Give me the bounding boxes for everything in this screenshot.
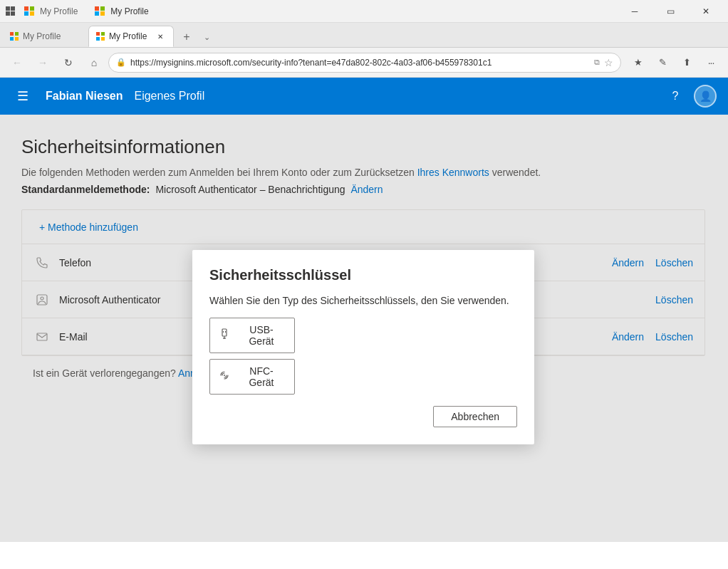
nav-bar: ← → ↻ ⌂ 🔒 https://mysignins.microsoft.co…	[0, 48, 728, 78]
tab-list-button[interactable]: ⌄	[197, 27, 217, 47]
browser-titlebar: My Profile My Profile ─ ▭ ✕	[0, 0, 728, 23]
new-tab-button[interactable]: +	[177, 27, 197, 47]
window-controls: ─ ▭ ✕	[618, 0, 722, 23]
usb-device-label: USB-Gerät	[237, 324, 286, 347]
back-button[interactable]: ←	[6, 51, 28, 74]
split-view-icon: ⧉	[594, 58, 600, 67]
usb-device-button[interactable]: USB-Gerät	[209, 318, 295, 353]
share-icon[interactable]: ⬆	[675, 51, 698, 74]
svg-rect-3	[222, 329, 227, 336]
app-header: ☰ Fabian Niesen Eigenes Profil ? 👤	[0, 78, 728, 115]
usb-icon	[219, 328, 230, 343]
refresh-button[interactable]: ↻	[57, 51, 80, 74]
active-tab-icon	[96, 32, 105, 41]
cancel-button[interactable]: Abbrechen	[433, 406, 517, 427]
tab-inactive[interactable]: My Profile	[3, 26, 88, 47]
close-button[interactable]: ✕	[690, 0, 722, 23]
system-icon	[6, 6, 16, 16]
settings-more-icon[interactable]: ···	[700, 51, 722, 74]
nfc-device-button[interactable]: NFC-Gerät	[209, 359, 295, 395]
header-right: ? 👤	[662, 83, 717, 109]
modal-description: Wählen Sie den Typ des Sicherheitsschlüs…	[209, 295, 517, 306]
help-button[interactable]: ?	[662, 83, 688, 109]
address-bar[interactable]: 🔒 https://mysignins.microsoft.com/securi…	[108, 53, 621, 73]
tab-label: My Profile	[23, 31, 61, 41]
tab-close-button[interactable]: ✕	[155, 31, 166, 42]
svg-point-4	[224, 375, 225, 376]
active-tab-icon	[95, 6, 105, 16]
favorites-icon[interactable]: ★	[627, 51, 650, 74]
modal-title: Sicherheitsschlüssel	[209, 267, 517, 283]
url-text: https://mysignins.microsoft.com/security…	[130, 58, 590, 68]
tab-active[interactable]: My Profile ✕	[88, 26, 174, 47]
main-content: Sicherheitsinformationen Die folgenden M…	[0, 115, 728, 542]
collections-icon[interactable]: ✎	[651, 51, 674, 74]
home-button[interactable]: ⌂	[83, 51, 105, 74]
tabs-bar: My Profile My Profile ✕ + ⌄	[0, 23, 728, 48]
profile-label: Eigenes Profil	[134, 90, 204, 103]
active-tab-title: My Profile	[110, 6, 148, 16]
inactive-tab-icon	[24, 6, 34, 16]
minimize-button[interactable]: ─	[618, 0, 651, 23]
hamburger-menu-button[interactable]: ☰	[11, 85, 34, 108]
tab-icon	[10, 32, 19, 41]
tab-label: My Profile	[109, 31, 147, 41]
modal-dialog: Sicherheitsschlüssel Wählen Sie den Typ …	[192, 250, 534, 444]
inactive-tab-title: My Profile	[40, 6, 78, 16]
lock-icon: 🔒	[116, 58, 126, 67]
nfc-device-label: NFC-Gerät	[237, 365, 286, 388]
nfc-icon	[219, 370, 230, 384]
user-name-label: Fabian Niesen	[46, 90, 123, 103]
nav-right-icons: ★ ✎ ⬆ ···	[627, 51, 722, 74]
restore-button[interactable]: ▭	[654, 0, 687, 23]
forward-button[interactable]: →	[31, 51, 54, 74]
bookmark-icon[interactable]: ☆	[604, 57, 613, 68]
modal-footer: Abbrechen	[209, 406, 517, 427]
user-avatar-button[interactable]: 👤	[694, 85, 717, 108]
